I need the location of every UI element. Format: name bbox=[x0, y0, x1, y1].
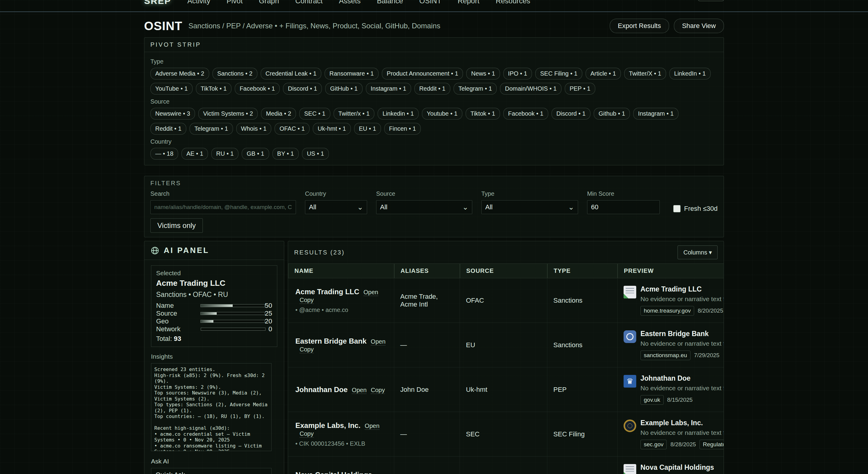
pivot-chip-country[interactable]: AE • 1 bbox=[181, 148, 208, 160]
pivot-group-label: Type bbox=[150, 58, 718, 65]
copy-link[interactable]: Copy bbox=[300, 297, 314, 304]
pivot-chip-source[interactable]: Twitter/x • 1 bbox=[334, 108, 375, 120]
pivot-chip-source[interactable]: SEC • 1 bbox=[299, 108, 330, 120]
nav-item[interactable]: Activity bbox=[187, 0, 210, 5]
pivot-chip-type[interactable]: TikTok • 1 bbox=[196, 83, 231, 95]
source-cell: OFAC bbox=[460, 278, 547, 323]
results-panel: RESULTS (23) Columns ▾ NAMEALIASESSOURCE… bbox=[288, 241, 724, 474]
pivot-chip-source[interactable]: Fincen • 1 bbox=[384, 123, 421, 135]
stat-value: 20 bbox=[265, 317, 272, 325]
copy-link[interactable]: Copy bbox=[371, 387, 385, 394]
selected-entity-tags: Sanctions • OFAC • RU bbox=[156, 291, 272, 299]
pivot-chip-type[interactable]: Sanctions • 2 bbox=[213, 68, 257, 79]
pivot-strip-panel: PIVOT STRIP Type Adverse Media • 2Sancti… bbox=[144, 37, 724, 165]
page-subtitle: Sanctions / PEP / Adverse • + Filings, N… bbox=[188, 22, 440, 30]
pivot-chip-type[interactable]: Reddit • 1 bbox=[414, 83, 450, 95]
pivot-chip-type[interactable]: Credential Leak • 1 bbox=[261, 68, 321, 79]
result-row[interactable]: Johnathan DoeOpenCopyJohn DoeUk-hmtPEPJo… bbox=[288, 367, 724, 412]
nav-item[interactable]: Assets bbox=[339, 0, 361, 5]
open-link[interactable]: Open bbox=[352, 387, 367, 394]
result-row[interactable]: Acme Trading LLCOpenCopy• @acme • acme.c… bbox=[288, 278, 724, 323]
min-score-input[interactable] bbox=[587, 200, 660, 214]
nav-item[interactable]: Resources bbox=[496, 0, 530, 5]
pivot-chip-type[interactable]: Article • 1 bbox=[586, 68, 621, 79]
pivot-chip-country[interactable]: BY • 1 bbox=[273, 148, 299, 160]
pivot-chip-source[interactable]: OFAC • 1 bbox=[275, 123, 310, 135]
country-select[interactable]: All ⌄ bbox=[305, 200, 367, 214]
pivot-chip-source[interactable]: Reddit • 1 bbox=[150, 123, 186, 135]
pivot-chip-source[interactable]: Youtube • 1 bbox=[422, 108, 462, 120]
pivot-chip-type[interactable]: Instagram • 1 bbox=[366, 83, 411, 95]
pivot-chip-source[interactable]: Tiktok • 1 bbox=[466, 108, 500, 120]
fresh-checkbox[interactable] bbox=[673, 205, 681, 212]
copy-link[interactable]: Copy bbox=[300, 346, 314, 353]
pivot-chip-country[interactable]: — • 18 bbox=[150, 148, 178, 160]
pivot-chip-type[interactable]: Facebook • 1 bbox=[235, 83, 280, 95]
pivot-chip-source[interactable]: Whois • 1 bbox=[236, 123, 272, 135]
share-view-button[interactable]: Share View bbox=[674, 19, 724, 33]
pivot-chip-source[interactable]: Media • 2 bbox=[261, 108, 296, 120]
pivot-chip-source[interactable]: Github • 1 bbox=[594, 108, 630, 120]
pivot-chip-country[interactable]: US • 1 bbox=[302, 148, 329, 160]
pivot-chip-type[interactable]: Product Announcement • 1 bbox=[382, 68, 463, 79]
pivot-chip-country[interactable]: GB • 1 bbox=[242, 148, 269, 160]
nav-item[interactable]: Pivot bbox=[227, 0, 243, 5]
stat-value: 50 bbox=[265, 302, 272, 310]
pivot-chip-source[interactable]: Newswire • 3 bbox=[150, 108, 195, 120]
pivot-chip-source[interactable]: Linkedin • 1 bbox=[378, 108, 418, 120]
nav-item[interactable]: Balance bbox=[377, 0, 403, 5]
pivot-chip-type[interactable]: YouTube • 1 bbox=[150, 83, 193, 95]
pivot-chip-type[interactable]: GitHub • 1 bbox=[325, 83, 362, 95]
pivot-chip-source[interactable]: Victim Systems • 2 bbox=[198, 108, 258, 120]
pivot-chip-source[interactable]: Discord • 1 bbox=[552, 108, 590, 120]
pivot-chip-source[interactable]: EU • 1 bbox=[354, 123, 381, 135]
min-score-label: Min Score bbox=[587, 190, 660, 197]
copy-link[interactable]: Copy bbox=[300, 430, 314, 438]
nav-item[interactable]: Graph bbox=[259, 0, 279, 5]
ai-panel: AI PANEL Selected Acme Trading LLC Sanct… bbox=[144, 241, 284, 474]
pivot-chip-type[interactable]: Discord • 1 bbox=[283, 83, 322, 95]
result-row[interactable]: Example Labs, Inc.OpenCopy• CIK 00001234… bbox=[288, 412, 724, 456]
source-cell: Media bbox=[460, 456, 547, 474]
open-link[interactable]: Open bbox=[365, 422, 379, 430]
pivot-chip-type[interactable]: Twitter/X • 1 bbox=[624, 68, 666, 79]
aliases-cell: NovaCap bbox=[394, 456, 460, 474]
pivot-chip-source[interactable]: Telegram • 1 bbox=[190, 123, 233, 135]
victims-only-button[interactable]: Victims only bbox=[150, 218, 203, 233]
result-row[interactable]: Nova Capital HoldingsOpenCopyNovaCapMedi… bbox=[288, 456, 724, 474]
preview-title: Acme Trading LLC bbox=[641, 285, 724, 293]
open-link[interactable]: Open bbox=[371, 338, 385, 345]
nav-item[interactable]: Contract bbox=[296, 0, 323, 5]
quick-ask-select[interactable]: Quick Ask... ⌄ bbox=[151, 468, 272, 474]
pivot-chip-type[interactable]: LinkedIn • 1 bbox=[670, 68, 711, 79]
nav-item[interactable]: OSINT bbox=[419, 0, 441, 5]
pivot-group-label: Source bbox=[150, 98, 718, 105]
column-header: TYPE bbox=[547, 264, 618, 278]
pivot-chip-source[interactable]: Uk-hmt • 1 bbox=[313, 123, 351, 135]
pivot-chip-type[interactable]: PEP • 1 bbox=[565, 83, 595, 95]
type-label: Type bbox=[481, 190, 578, 197]
nav-topright-button[interactable] bbox=[698, 0, 724, 1]
entity-name: Acme Trading LLC bbox=[296, 287, 359, 296]
pivot-chip-type[interactable]: News • 1 bbox=[466, 68, 500, 79]
open-link[interactable]: Open bbox=[364, 289, 378, 296]
columns-button[interactable]: Columns ▾ bbox=[678, 245, 718, 259]
page-title: OSINT bbox=[144, 19, 182, 33]
pivot-chip-type[interactable]: SEC Filing • 1 bbox=[535, 68, 582, 79]
pivot-chip-source[interactable]: Facebook • 1 bbox=[503, 108, 548, 120]
pivot-chip-type[interactable]: Ransomware • 1 bbox=[324, 68, 378, 79]
column-header: SOURCE bbox=[460, 264, 547, 278]
pivot-chip-type[interactable]: Domain/WHOIS • 1 bbox=[500, 83, 561, 95]
source-select[interactable]: All ⌄ bbox=[376, 200, 472, 214]
type-select[interactable]: All ⌄ bbox=[481, 200, 578, 214]
pivot-chip-country[interactable]: RU • 1 bbox=[211, 148, 239, 160]
export-results-button[interactable]: Export Results bbox=[610, 19, 669, 33]
nav-item[interactable]: Report bbox=[458, 0, 479, 5]
pivot-chip-type[interactable]: IPO • 1 bbox=[503, 68, 532, 79]
app-logo[interactable]: SREP bbox=[144, 0, 171, 6]
pivot-chip-type[interactable]: Telegram • 1 bbox=[454, 83, 497, 95]
search-input[interactable] bbox=[150, 200, 296, 214]
result-row[interactable]: Eastern Bridge BankOpenCopy—EUSanctionsE… bbox=[288, 323, 724, 367]
pivot-chip-source[interactable]: Instagram • 1 bbox=[633, 108, 678, 120]
pivot-chip-type[interactable]: Adverse Media • 2 bbox=[150, 68, 209, 79]
